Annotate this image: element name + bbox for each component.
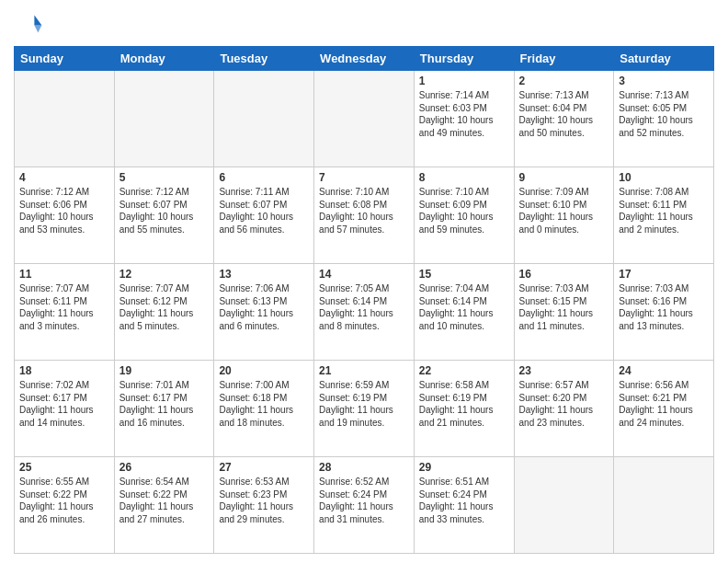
day-info: Sunrise: 6:52 AM Sunset: 6:24 PM Dayligh… (319, 476, 409, 525)
day-info: Sunrise: 6:55 AM Sunset: 6:22 PM Dayligh… (19, 476, 109, 525)
day-number: 5 (119, 171, 210, 184)
day-info: Sunrise: 7:09 AM Sunset: 6:10 PM Dayligh… (519, 186, 609, 236)
day-number: 29 (419, 461, 509, 474)
day-info: Sunrise: 7:12 AM Sunset: 6:06 PM Dayligh… (19, 186, 109, 236)
calendar-day: 11Sunrise: 7:07 AM Sunset: 6:11 PM Dayli… (15, 264, 115, 361)
calendar-day: 9Sunrise: 7:09 AM Sunset: 6:10 PM Daylig… (514, 167, 614, 264)
calendar-day (15, 71, 115, 167)
day-info: Sunrise: 6:51 AM Sunset: 6:24 PM Dayligh… (419, 476, 509, 525)
day-number: 24 (619, 364, 709, 377)
logo-icon (14, 9, 43, 39)
calendar-day: 24Sunrise: 6:56 AM Sunset: 6:21 PM Dayli… (614, 361, 714, 457)
day-number: 15 (419, 268, 509, 281)
calendar-day: 14Sunrise: 7:05 AM Sunset: 6:14 PM Dayli… (314, 264, 415, 361)
day-info: Sunrise: 6:56 AM Sunset: 6:21 PM Dayligh… (619, 379, 709, 429)
weekday-header-cell: Sunday (15, 47, 115, 71)
calendar-day: 17Sunrise: 7:03 AM Sunset: 6:16 PM Dayli… (614, 264, 714, 361)
day-number: 23 (519, 364, 609, 377)
calendar-day: 29Sunrise: 6:51 AM Sunset: 6:24 PM Dayli… (414, 457, 514, 554)
day-number: 20 (219, 364, 309, 377)
day-info: Sunrise: 7:05 AM Sunset: 6:14 PM Dayligh… (319, 282, 409, 332)
day-info: Sunrise: 6:57 AM Sunset: 6:20 PM Dayligh… (519, 379, 609, 429)
calendar-day: 7Sunrise: 7:10 AM Sunset: 6:08 PM Daylig… (314, 167, 415, 264)
day-number: 12 (119, 268, 210, 281)
day-info: Sunrise: 7:00 AM Sunset: 6:18 PM Dayligh… (219, 379, 309, 429)
weekday-header-cell: Saturday (614, 47, 714, 71)
logo (14, 9, 47, 39)
calendar-day: 1Sunrise: 7:14 AM Sunset: 6:03 PM Daylig… (414, 71, 514, 167)
calendar-day (314, 71, 415, 167)
day-number: 10 (619, 171, 709, 184)
calendar-day: 6Sunrise: 7:11 AM Sunset: 6:07 PM Daylig… (214, 167, 314, 264)
day-info: Sunrise: 7:02 AM Sunset: 6:17 PM Dayligh… (19, 379, 109, 429)
day-number: 14 (319, 268, 409, 281)
day-info: Sunrise: 7:04 AM Sunset: 6:14 PM Dayligh… (419, 282, 509, 332)
day-number: 9 (519, 171, 609, 184)
calendar-day: 26Sunrise: 6:54 AM Sunset: 6:22 PM Dayli… (114, 457, 214, 554)
day-info: Sunrise: 7:07 AM Sunset: 6:11 PM Dayligh… (19, 282, 109, 332)
calendar-day: 25Sunrise: 6:55 AM Sunset: 6:22 PM Dayli… (15, 457, 115, 554)
calendar-day: 19Sunrise: 7:01 AM Sunset: 6:17 PM Dayli… (114, 361, 214, 457)
calendar-day: 20Sunrise: 7:00 AM Sunset: 6:18 PM Dayli… (214, 361, 314, 457)
calendar-week: 1Sunrise: 7:14 AM Sunset: 6:03 PM Daylig… (15, 71, 714, 167)
day-number: 19 (119, 364, 210, 377)
day-number: 2 (519, 75, 609, 87)
weekday-header-cell: Thursday (414, 47, 514, 71)
calendar-day: 18Sunrise: 7:02 AM Sunset: 6:17 PM Dayli… (15, 361, 115, 457)
calendar-day: 28Sunrise: 6:52 AM Sunset: 6:24 PM Dayli… (314, 457, 415, 554)
day-number: 18 (19, 364, 109, 377)
day-info: Sunrise: 7:11 AM Sunset: 6:07 PM Dayligh… (219, 186, 309, 236)
day-info: Sunrise: 7:13 AM Sunset: 6:04 PM Dayligh… (519, 89, 609, 139)
day-number: 8 (419, 171, 509, 184)
day-number: 16 (519, 268, 609, 281)
day-number: 1 (419, 75, 509, 87)
day-number: 21 (319, 364, 409, 377)
calendar-day: 15Sunrise: 7:04 AM Sunset: 6:14 PM Dayli… (414, 264, 514, 361)
weekday-header-cell: Tuesday (214, 47, 314, 71)
weekday-header-cell: Monday (114, 47, 214, 71)
calendar-day (114, 71, 214, 167)
calendar-day: 12Sunrise: 7:07 AM Sunset: 6:12 PM Dayli… (114, 264, 214, 361)
calendar-day: 10Sunrise: 7:08 AM Sunset: 6:11 PM Dayli… (614, 167, 714, 264)
calendar-week: 25Sunrise: 6:55 AM Sunset: 6:22 PM Dayli… (15, 457, 714, 554)
calendar-day: 8Sunrise: 7:10 AM Sunset: 6:09 PM Daylig… (414, 167, 514, 264)
calendar-day: 3Sunrise: 7:13 AM Sunset: 6:05 PM Daylig… (614, 71, 714, 167)
day-number: 11 (19, 268, 109, 281)
day-info: Sunrise: 7:01 AM Sunset: 6:17 PM Dayligh… (119, 379, 210, 429)
day-info: Sunrise: 7:03 AM Sunset: 6:16 PM Dayligh… (619, 282, 709, 332)
calendar: SundayMondayTuesdayWednesdayThursdayFrid… (14, 46, 714, 554)
day-number: 6 (219, 171, 309, 184)
calendar-day: 27Sunrise: 6:53 AM Sunset: 6:23 PM Dayli… (214, 457, 314, 554)
calendar-week: 18Sunrise: 7:02 AM Sunset: 6:17 PM Dayli… (15, 361, 714, 457)
calendar-day (514, 457, 614, 554)
calendar-day (214, 71, 314, 167)
day-info: Sunrise: 6:59 AM Sunset: 6:19 PM Dayligh… (319, 379, 409, 429)
day-info: Sunrise: 7:03 AM Sunset: 6:15 PM Dayligh… (519, 282, 609, 332)
calendar-day: 4Sunrise: 7:12 AM Sunset: 6:06 PM Daylig… (15, 167, 115, 264)
day-info: Sunrise: 7:13 AM Sunset: 6:05 PM Dayligh… (619, 89, 709, 139)
day-info: Sunrise: 7:08 AM Sunset: 6:11 PM Dayligh… (619, 186, 709, 236)
calendar-day: 22Sunrise: 6:58 AM Sunset: 6:19 PM Dayli… (414, 361, 514, 457)
day-info: Sunrise: 7:06 AM Sunset: 6:13 PM Dayligh… (219, 282, 309, 332)
day-number: 4 (19, 171, 109, 184)
weekday-header: SundayMondayTuesdayWednesdayThursdayFrid… (15, 47, 714, 71)
calendar-day: 5Sunrise: 7:12 AM Sunset: 6:07 PM Daylig… (114, 167, 214, 264)
calendar-body: 1Sunrise: 7:14 AM Sunset: 6:03 PM Daylig… (15, 71, 714, 554)
weekday-header-cell: Wednesday (314, 47, 415, 71)
day-info: Sunrise: 6:58 AM Sunset: 6:19 PM Dayligh… (419, 379, 509, 429)
calendar-day (614, 457, 714, 554)
calendar-week: 4Sunrise: 7:12 AM Sunset: 6:06 PM Daylig… (15, 167, 714, 264)
calendar-day: 23Sunrise: 6:57 AM Sunset: 6:20 PM Dayli… (514, 361, 614, 457)
svg-marker-1 (34, 26, 41, 33)
calendar-week: 11Sunrise: 7:07 AM Sunset: 6:11 PM Dayli… (15, 264, 714, 361)
day-number: 22 (419, 364, 509, 377)
day-number: 7 (319, 171, 409, 184)
day-number: 17 (619, 268, 709, 281)
page: SundayMondayTuesdayWednesdayThursdayFrid… (0, 0, 728, 563)
day-info: Sunrise: 6:54 AM Sunset: 6:22 PM Dayligh… (119, 476, 210, 525)
calendar-day: 2Sunrise: 7:13 AM Sunset: 6:04 PM Daylig… (514, 71, 614, 167)
day-info: Sunrise: 7:10 AM Sunset: 6:09 PM Dayligh… (419, 186, 509, 236)
day-info: Sunrise: 7:10 AM Sunset: 6:08 PM Dayligh… (319, 186, 409, 236)
day-number: 25 (19, 461, 109, 474)
calendar-day: 13Sunrise: 7:06 AM Sunset: 6:13 PM Dayli… (214, 264, 314, 361)
